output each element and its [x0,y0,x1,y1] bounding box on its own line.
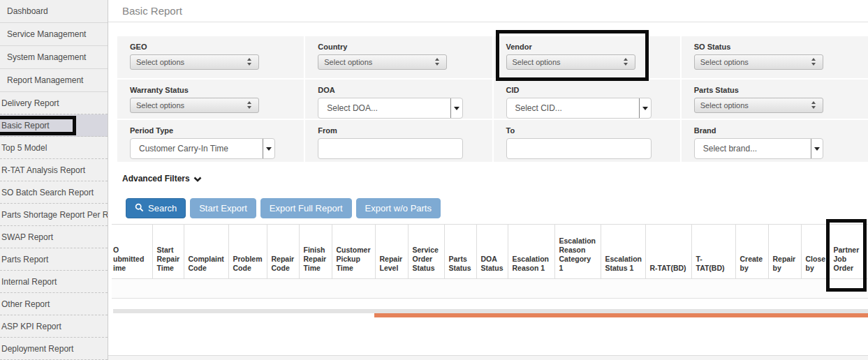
advanced-filters-toggle[interactable]: Advanced Filters [122,174,202,183]
column-header-repair-code: Repair Code [267,225,299,279]
sidebar-item-r-tat-analysis-report[interactable]: R-TAT Analysis Report [0,159,108,181]
filter-cell-doa: DOASelect DOA... [305,80,492,119]
filter-so-status-select[interactable]: Select options [694,54,823,70]
sidebar-item-system-management[interactable]: System Management [0,46,108,69]
updown-caret-icon [247,101,253,111]
sidebar-item-label: Parts Report [1,255,48,264]
filter-country-select[interactable]: Select options [318,54,447,70]
column-header-escalation-reason-1: Escalation Reason 1 [508,225,554,279]
sidebar-item-deployment-report[interactable]: Deployment Report [0,338,108,360]
updown-caret-icon [435,58,441,68]
filter-label-vendor: Vendor [506,43,680,51]
filter-period-type-select[interactable]: Customer Carry-In Time [130,138,275,159]
filter-brand-select[interactable]: Select brand... [694,138,823,159]
column-header-create-by: Create by [735,225,768,279]
filter-from-input[interactable] [318,138,463,159]
column-header-repair-by: Repair by [768,225,801,279]
horizontal-scrollbar-thumb[interactable] [374,313,868,317]
button-label: Start Export [199,203,247,213]
sidebar-item-label: System Management [7,52,86,62]
filter-cid-select[interactable]: Select CID... [506,98,652,119]
sidebar-item-delivery-report[interactable]: Delivery Report [0,92,108,114]
sidebar-item-asp-kpi-report[interactable]: ASP KPI Report [0,315,108,338]
updown-caret-icon [811,101,817,111]
export-wo-parts-button[interactable]: Export w/o Parts [356,198,441,218]
action-button-row: SearchStart ExportExport Full ReportExpo… [126,198,441,218]
filter-geo-select[interactable]: Select options [130,54,259,70]
filter-cell-cid: CIDSelect CID... [494,80,680,119]
chevron-down-icon [193,177,202,182]
table-header-row: O ubmitted imeStart Repair TimeComplaint… [112,225,868,279]
dropdown-arrow-icon [450,98,462,118]
footer-strip [108,355,868,360]
button-label: Export w/o Parts [365,203,432,213]
sidebar-item-swap-report[interactable]: SWAP Report [0,226,108,248]
sidebar-item-label: Parts Shortage Report Per Repa [1,210,108,220]
sidebar-item-report-management[interactable]: Report Management [0,69,108,92]
sidebar-item-parts-report[interactable]: Parts Report [0,248,108,271]
advanced-filters-label: Advanced Filters [122,174,190,183]
dropdown-arrow-icon [639,98,651,118]
button-label: Search [148,203,177,213]
sidebar-item-label: Internal Report [1,277,57,287]
page-header: Basic Report [108,0,868,22]
updown-caret-icon [624,58,629,68]
dropdown-arrow-icon [811,139,823,158]
filter-label-from: From [318,126,492,135]
filter-label-warranty-status: Warranty Status [130,86,304,94]
filter-cell-country: CountrySelect options [305,36,492,78]
column-header-close-by: Close by [801,225,829,279]
sidebar-item-so-batch-search-report[interactable]: SO Batch Search Report [0,181,108,204]
filter-vendor-select[interactable]: Select options [506,54,635,70]
column-header-escalation-reason-category-1: Escalation Reason Category 1 [554,225,601,279]
filter-cell-from: From [305,120,492,162]
sidebar-item-label: Dashboard [7,6,48,16]
filter-label-country: Country [318,43,492,51]
sidebar-item-label: ASP KPI Report [1,322,61,331]
sidebar-item-internal-report[interactable]: Internal Report [0,271,108,293]
sidebar-item-parts-shortage-report-per-repair[interactable]: Parts Shortage Report Per Repa [0,204,108,226]
selected-value: Select options [318,55,446,69]
sidebar-item-label: Delivery Report [1,98,59,108]
selected-value: Select options [131,55,258,69]
filter-panel: GEOSelect optionsCountrySelect optionsVe… [117,36,868,162]
column-header-partner-job-order: Partner Job Order [829,225,868,279]
sidebar-item-label: Report Management [7,75,83,85]
report-table: O ubmitted imeStart Repair TimeComplaint… [112,224,868,279]
sidebar-item-other-report[interactable]: Other Report [0,293,108,315]
selected-value: Select options [131,98,258,112]
sidebar-item-label: SO Batch Search Report [1,188,94,197]
column-header-parts-status: Parts Status [444,225,476,279]
export-full-report-button[interactable]: Export Full Report [260,198,352,218]
filter-label-cid: CID [506,86,680,94]
selected-value: Select CID... [507,98,651,118]
filter-cell-warranty-status: Warranty StatusSelect options [117,80,304,119]
selected-value: Select DOA... [318,98,462,118]
sidebar-item-label: SWAP Report [1,232,53,242]
sidebar-item-label: Basic Report [1,121,50,130]
sidebar-item-label: Other Report [1,299,50,309]
filter-cell-period-type: Period TypeCustomer Carry-In Time [117,120,304,162]
column-header-so-submitted-time: O ubmitted ime [112,225,152,279]
sidebar-item-service-management[interactable]: Service Management [0,23,108,46]
filter-label-doa: DOA [318,86,492,94]
sidebar-item-basic-report[interactable]: Basic Report [0,114,108,137]
filter-label-parts-status: Parts Status [694,86,868,94]
sidebar-item-top-5-model[interactable]: Top 5 Model [0,137,108,159]
filter-parts-status-select[interactable]: Select options [694,98,823,113]
filter-doa-select[interactable]: Select DOA... [318,98,463,119]
dropdown-arrow-icon [263,139,274,158]
column-header-t-tat-bd: T-TAT(BD) [691,225,735,279]
filter-warranty-status-select[interactable]: Select options [130,98,259,113]
search-button[interactable]: Search [126,198,186,218]
search-icon [135,203,144,214]
column-header-finish-repair-time: Finish Repair Time [299,225,332,279]
filter-cell-brand: BrandSelect brand... [682,120,868,162]
column-header-escalation-status-1: Escalation Status 1 [601,225,645,279]
filter-to-input[interactable] [506,138,652,159]
start-export-button[interactable]: Start Export [190,198,256,218]
sidebar-item-dashboard[interactable]: Dashboard [0,0,108,23]
filter-label-to: To [506,126,680,135]
filter-label-so-status: SO Status [694,43,868,51]
selected-value: Customer Carry-In Time [131,139,274,158]
